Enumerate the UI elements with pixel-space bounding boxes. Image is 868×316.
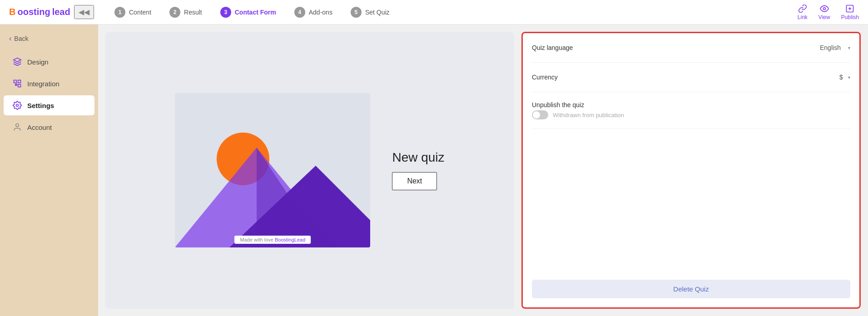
top-nav: Boostinglead ◀◀ 1 Content 2 Result 3 Con…	[0, 0, 868, 25]
quiz-title: New quiz	[392, 150, 444, 165]
sidebar-item-settings[interactable]: Settings	[4, 95, 94, 115]
svg-rect-4	[18, 84, 21, 87]
divider-1	[532, 62, 850, 63]
quiz-language-control: English French Spanish	[820, 44, 850, 51]
svg-rect-3	[18, 80, 21, 83]
sidebar-item-account[interactable]: Account	[4, 117, 94, 137]
currency-row: Currency $ € £	[532, 72, 850, 83]
svg-point-0	[823, 7, 825, 10]
sidebar: ‹ Back Design Integration	[0, 25, 98, 316]
main-layout: ‹ Back Design Integration	[0, 25, 868, 316]
integration-icon	[13, 79, 22, 88]
content-area: Made with love BoostingLead New quiz Nex…	[98, 25, 868, 316]
currency-label: Currency	[532, 74, 558, 81]
header-actions: Link View Publish	[798, 4, 859, 20]
quiz-language-label: Quiz language	[532, 44, 573, 51]
sidebar-item-design[interactable]: Design	[4, 52, 94, 72]
step-4-addons[interactable]: 4 Add-ons	[287, 7, 340, 18]
quiz-language-select[interactable]: English French Spanish	[820, 44, 850, 51]
quiz-language-row: Quiz language English French Spanish	[532, 42, 850, 53]
step-5-set-quiz[interactable]: 5 Set Quiz	[343, 7, 397, 18]
currency-select[interactable]: $ € £	[839, 74, 850, 81]
settings-panel: Quiz language English French Spanish Cur…	[521, 32, 861, 309]
back-button[interactable]: ‹ Back	[0, 30, 98, 47]
divider-3	[532, 128, 850, 129]
view-icon	[820, 4, 829, 13]
sidebar-item-integration[interactable]: Integration	[4, 74, 94, 94]
watermark: Made with love BoostingLead	[235, 236, 311, 244]
toggle-text: Withdrawn from publication	[553, 112, 624, 118]
account-icon	[13, 123, 22, 132]
publish-action[interactable]: Publish	[841, 4, 859, 20]
currency-control: $ € £	[839, 74, 850, 81]
quiz-text-area: New quiz Next	[392, 150, 444, 190]
quiz-preview: Made with love BoostingLead New quiz Nex…	[105, 32, 514, 309]
quiz-next-button[interactable]: Next	[392, 172, 437, 190]
unpublish-label: Unpublish the quiz	[532, 101, 850, 109]
svg-point-6	[16, 124, 19, 127]
link-icon	[798, 4, 807, 13]
svg-rect-2	[14, 80, 17, 83]
logo: Boostinglead	[9, 7, 70, 17]
step-2-result[interactable]: 2 Result	[162, 7, 209, 18]
unpublish-toggle-row: Withdrawn from publication	[532, 110, 850, 119]
delete-quiz-button[interactable]: Delete Quiz	[532, 280, 850, 298]
svg-point-5	[16, 104, 19, 107]
step-3-contact-form[interactable]: 3 Contact Form	[213, 7, 283, 18]
settings-icon	[13, 101, 22, 110]
step-list: 1 Content 2 Result 3 Contact Form 4 Add-…	[107, 7, 798, 18]
back-arrow-icon: ‹	[9, 35, 11, 43]
link-action[interactable]: Link	[798, 4, 808, 20]
preview-panel: Made with love BoostingLead New quiz Nex…	[105, 32, 514, 309]
unpublish-toggle[interactable]	[532, 110, 548, 119]
publish-icon	[845, 4, 854, 13]
view-action[interactable]: View	[818, 4, 830, 20]
step-1-content[interactable]: 1 Content	[107, 7, 159, 18]
quiz-illustration	[175, 93, 370, 247]
collapse-sidebar-button[interactable]: ◀◀	[74, 5, 94, 19]
divider-2	[532, 92, 850, 92]
unpublish-section: Unpublish the quiz Withdrawn from public…	[532, 101, 850, 119]
design-icon	[13, 57, 22, 66]
